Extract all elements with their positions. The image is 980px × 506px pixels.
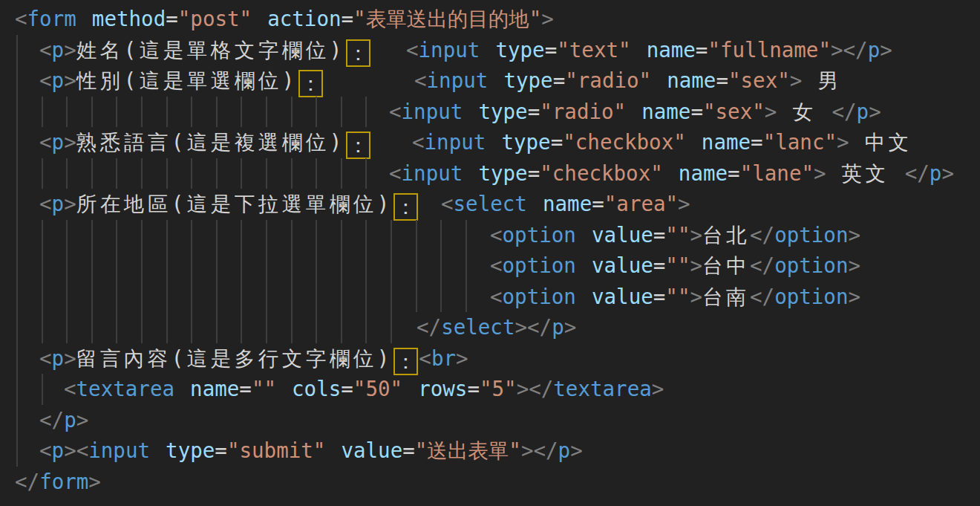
indent-guide: [42, 97, 43, 128]
code-token: [663, 161, 679, 185]
code-line: <form method="post" action="表單送出的目的地">: [0, 4, 980, 35]
code-token: [463, 161, 478, 185]
indent-guide: [66, 97, 68, 128]
indent-guide: [116, 250, 117, 282]
code-area[interactable]: <form method="post" action="表單送出的目的地"><p…: [0, 4, 980, 497]
indent-guide: [191, 158, 192, 189]
code-token: [402, 377, 418, 400]
unicode-highlight-box: ：: [393, 348, 419, 375]
indent-guide: [166, 312, 168, 343]
code-segment: </form>: [15, 467, 101, 498]
indent-guide: [241, 250, 242, 282]
code-token: select: [454, 192, 527, 215]
indent-guide: [91, 312, 93, 343]
indent-guide: [391, 282, 392, 313]
code-segment: <p>熟悉語言(這是複選欄位)：: [39, 127, 371, 159]
unicode-highlight-box: ：: [298, 70, 324, 97]
code-token: <: [15, 7, 27, 30]
code-token: </: [39, 408, 64, 432]
code-token: 台南: [702, 285, 750, 308]
code-segment: <input type="radio" name="sex"> 男: [414, 65, 841, 97]
unicode-highlight-box: ：: [393, 193, 419, 221]
code-token: >: [848, 285, 860, 308]
code-token: >: [64, 130, 76, 154]
indent-guide: [166, 220, 168, 251]
code-token: 台中: [702, 253, 750, 277]
code-line: </p>: [0, 405, 980, 436]
indent-guide: [391, 312, 392, 343]
indent-guide: [16, 374, 18, 405]
indent-guide: [291, 282, 293, 313]
code-token: <: [419, 346, 431, 370]
code-token: ></: [521, 438, 558, 462]
code-token: <: [39, 192, 52, 215]
indent-guide: [416, 282, 417, 313]
indent-guide: [466, 250, 467, 282]
code-segment: </p>: [39, 405, 88, 436]
code-token: input: [427, 68, 489, 92]
code-token: [576, 253, 592, 277]
code-token: "": [665, 223, 690, 247]
code-token: <: [39, 438, 52, 462]
indent-guide: [166, 250, 168, 282]
code-token: textarea: [76, 377, 174, 400]
indent-guide: [16, 158, 18, 189]
code-token: =: [653, 253, 666, 277]
indent-guide: [341, 282, 342, 313]
indent-guide: [291, 220, 293, 251]
code-token: >: [88, 470, 101, 493]
indent-guide: [66, 312, 68, 343]
code-token: [576, 223, 592, 247]
code-token: =: [467, 377, 480, 400]
code-line: <p>留言內容(這是多行文字欄位)：<br>: [0, 343, 980, 374]
indent-guide: [241, 312, 242, 343]
code-token: [276, 377, 292, 400]
indent-guide: [141, 158, 143, 189]
indent-guide: [316, 158, 317, 189]
indent-guide: [16, 405, 18, 436]
code-segment: <form method="post" action="表單送出的目的地">: [15, 4, 554, 35]
code-token: "5": [480, 377, 517, 400]
indent-guide: [216, 282, 218, 313]
code-token: <: [414, 68, 427, 92]
indent-guide: [191, 312, 192, 343]
indent-guide: [216, 158, 218, 189]
indent-guide: [341, 220, 342, 251]
indent-guide: [416, 220, 417, 251]
code-token: "": [665, 285, 690, 308]
code-token: >: [570, 438, 583, 462]
indent-guide: [266, 220, 267, 251]
code-token: p: [52, 38, 65, 62]
code-token: =: [402, 438, 415, 462]
indent-guide: [191, 282, 192, 313]
code-token: <: [64, 377, 76, 400]
code-token: >: [76, 408, 89, 432]
code-token: type: [495, 38, 544, 62]
code-token: >: [456, 346, 468, 370]
indent-guide: [241, 282, 242, 313]
code-token: p: [52, 192, 65, 215]
code-token: "表單送出的目的地": [353, 7, 541, 30]
indent-guide: [216, 97, 218, 128]
code-token: <: [39, 68, 52, 92]
code-editor[interactable]: <form method="post" action="表單送出的目的地"><p…: [0, 0, 980, 506]
code-line: <option value="">台南</option>: [0, 282, 980, 313]
code-token: p: [930, 161, 942, 185]
code-token: select: [441, 315, 514, 339]
code-token: p: [52, 438, 65, 462]
indent-guide: [291, 312, 293, 343]
code-token: type: [166, 438, 215, 462]
code-segment: </select></p>: [416, 312, 576, 343]
indent-guide: [365, 250, 367, 282]
code-segment: <select name="area">: [441, 189, 690, 220]
code-token: <: [490, 223, 503, 247]
indent-guide: [365, 158, 367, 189]
code-token: input: [88, 438, 150, 462]
code-token: =: [592, 192, 604, 215]
indent-guide: [42, 282, 43, 313]
indent-guide: [316, 220, 317, 251]
indent-guide: [141, 312, 143, 343]
code-token: >: [848, 253, 860, 277]
indent-guide: [116, 158, 117, 189]
code-token: "50": [353, 377, 402, 400]
